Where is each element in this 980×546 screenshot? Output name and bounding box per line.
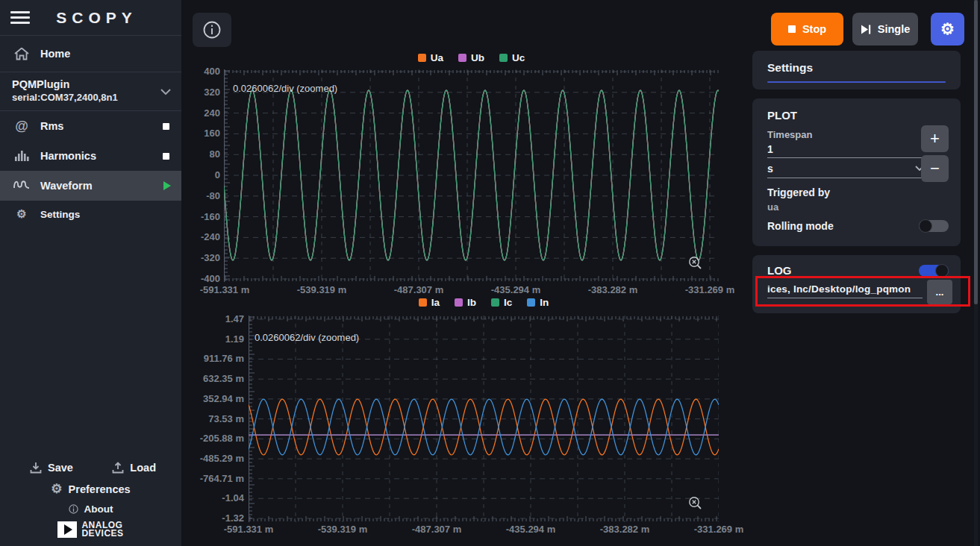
current-chart-canvas[interactable] (249, 316, 719, 522)
sidebar-item-waveform[interactable]: Waveform (0, 171, 181, 201)
grid-layer (224, 69, 719, 282)
sidebar-header: SCOPY (0, 0, 181, 35)
sidebar-item-pqmplugin[interactable]: PQMPlugin serial:COM37,2400,8n1 (0, 72, 181, 110)
y-tick-label: 240 (181, 107, 220, 119)
timespan-increment-button[interactable]: + (921, 125, 949, 152)
legend-item-Uc[interactable]: Uc (499, 52, 525, 63)
settings-panel-title: Settings (767, 61, 946, 75)
log-section-heading: LOG (767, 264, 792, 277)
legend-item-Ib[interactable]: Ib (455, 297, 476, 308)
harmonics-icon (12, 150, 31, 162)
legend-item-Ua[interactable]: Ua (418, 52, 443, 63)
x-tick-label: -331.269 m (685, 284, 735, 295)
legend-swatch (455, 298, 463, 307)
scrollbar-track[interactable] (974, 0, 978, 546)
current-x-axis: -591.331 m-539.319 m-487.307 m-435.294 m… (249, 524, 719, 537)
toggle-knob (919, 219, 932, 233)
timespan-input[interactable]: 1 (767, 140, 926, 158)
legend-label: Ib (467, 297, 476, 308)
y-tick-label: -1.04 (181, 492, 244, 503)
single-button[interactable]: Single (852, 13, 918, 46)
log-toggle[interactable] (919, 265, 949, 277)
timespan-unit-value: s (767, 163, 773, 175)
load-label: Load (130, 462, 156, 474)
legend-item-Ic[interactable]: Ic (491, 297, 512, 308)
y-tick-label: -160 (181, 211, 220, 222)
voltage-y-axis: 400320240160800-80-160-240-320-400 (181, 69, 220, 282)
sidebar-footer: Save Load ⚙ Preferences About (0, 462, 181, 546)
current-plot[interactable]: 0.0260062/div (zoomed) (249, 316, 719, 522)
sidebar-item-label: Harmonics (40, 150, 96, 162)
x-tick-label: -591.331 m (200, 284, 250, 295)
zoom-reset-icon[interactable] (688, 256, 702, 273)
scrollbar-thumb[interactable] (974, 0, 978, 304)
sidebar: SCOPY Home PQMPlugin serial:COM37,2400,8… (0, 0, 181, 546)
sidebar-item-harmonics[interactable]: Harmonics (0, 141, 181, 171)
info-button[interactable] (193, 13, 231, 47)
legend-item-Ub[interactable]: Ub (458, 52, 484, 63)
menu-icon[interactable] (10, 8, 30, 27)
settings-panel-header: Settings (752, 51, 961, 90)
y-tick-label: 80 (181, 148, 220, 160)
sidebar-item-label: Rms (40, 120, 63, 132)
waveform-icon (12, 180, 31, 192)
legend-label: In (540, 297, 549, 308)
y-tick-label: 352.94 m (181, 393, 244, 404)
info-icon (69, 504, 78, 514)
analog-devices-logo: ANALOG DEVICES (57, 521, 123, 538)
x-tick-label: -435.294 m (491, 284, 541, 295)
settings-gear-button[interactable]: ⚙ (931, 13, 964, 46)
legend-label: Ua (431, 52, 443, 63)
home-icon (12, 47, 31, 60)
x-tick-label: -435.294 m (506, 524, 556, 535)
save-icon (30, 462, 42, 474)
zoom-reset-icon[interactable] (688, 496, 702, 513)
sidebar-item-home[interactable]: Home (0, 36, 181, 72)
load-button[interactable]: Load (112, 462, 156, 474)
toggle-knob (935, 264, 949, 277)
preferences-button[interactable]: ⚙ Preferences (51, 481, 130, 497)
voltage-chart-canvas[interactable] (224, 69, 719, 282)
timespan-decrement-button[interactable]: − (921, 155, 949, 182)
sidebar-item-settings[interactable]: ⚙ Settings (0, 201, 181, 228)
y-tick-label: 160 (181, 128, 220, 139)
y-tick-label: 632.35 m (181, 373, 244, 384)
x-tick-label: -591.331 m (224, 524, 274, 535)
legend-item-In[interactable]: In (527, 297, 549, 308)
voltage-plot[interactable]: 0.0260062/div (zoomed) (224, 69, 719, 282)
browse-button[interactable]: ... (927, 280, 952, 304)
stop-indicator-icon[interactable] (163, 153, 169, 160)
y-tick-label: -80 (181, 190, 220, 201)
x-tick-label: -383.282 m (588, 284, 638, 295)
rolling-mode-toggle[interactable] (919, 220, 949, 232)
legend-label: Ub (471, 52, 484, 63)
load-icon (112, 462, 124, 474)
legend-swatch (419, 298, 427, 307)
y-tick-label: -1.32 (181, 512, 244, 524)
timespan-unit-select[interactable]: s (767, 158, 926, 178)
about-button[interactable]: About (69, 503, 113, 515)
y-tick-label: -400 (181, 273, 220, 284)
y-tick-label: -320 (181, 252, 220, 263)
running-indicator-icon[interactable] (163, 181, 171, 190)
sidebar-item-rms[interactable]: @ Rms (0, 111, 181, 141)
y-tick-label: 911.76 m (181, 353, 244, 364)
gear-icon: ⚙ (12, 207, 31, 221)
x-tick-label: -487.307 m (394, 284, 444, 295)
stop-indicator-icon[interactable] (163, 123, 169, 130)
legend-swatch (418, 54, 426, 62)
save-label: Save (48, 462, 73, 474)
chevron-down-icon[interactable] (160, 84, 171, 98)
triggered-by-value: ua (767, 201, 961, 213)
stop-button[interactable]: Stop (771, 13, 843, 46)
legend-label: Ia (431, 297, 440, 308)
scale-annotation: 0.0260062/div (zoomed) (255, 332, 359, 343)
single-label: Single (878, 23, 911, 35)
x-tick-label: -539.319 m (318, 524, 368, 535)
save-button[interactable]: Save (30, 462, 73, 474)
gear-icon: ⚙ (51, 481, 62, 497)
log-path-input[interactable]: ices, Inc/Desktop/log_pqmon (767, 283, 923, 298)
sidebar-item-label: Home (40, 48, 70, 60)
y-tick-label: -764.71 m (181, 473, 244, 484)
legend-item-Ia[interactable]: Ia (419, 297, 440, 308)
